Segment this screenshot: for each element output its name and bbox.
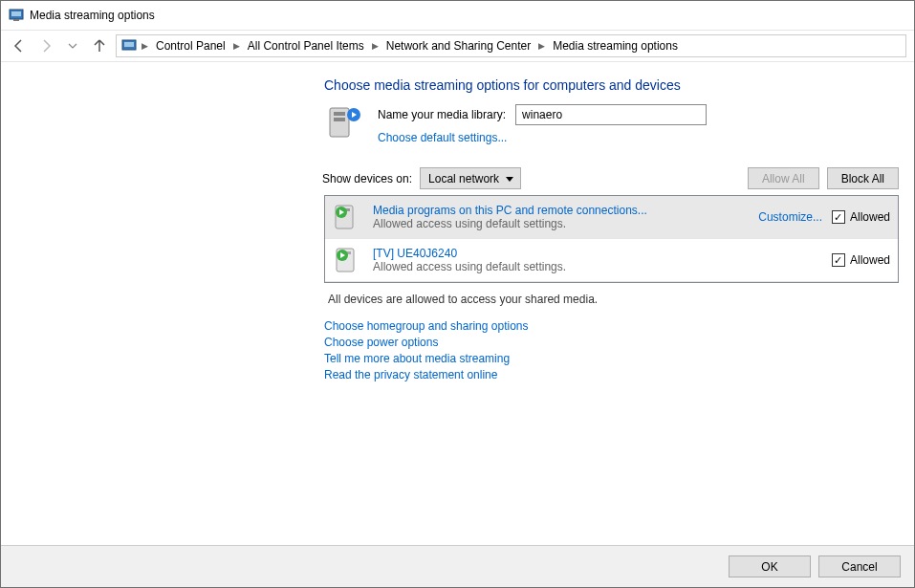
svg-rect-7 [334,118,345,121]
breadcrumb-item[interactable]: Control Panel [152,37,229,54]
allowed-checkbox[interactable]: Allowed [832,253,890,267]
customize-link[interactable]: Customize... [758,210,822,224]
breadcrumb-item[interactable]: All Control Panel Items [244,37,368,54]
power-options-link[interactable]: Choose power options [324,336,899,349]
block-all-button[interactable]: Block All [827,167,899,189]
control-panel-icon [120,37,138,54]
up-button[interactable] [89,35,110,56]
device-program-icon [333,202,363,232]
forward-button[interactable] [35,35,56,56]
breadcrumb-item[interactable]: Media streaming options [549,37,682,54]
device-tv-icon [333,245,363,275]
status-text: All devices are allowed to access your s… [328,293,895,306]
ok-button[interactable]: OK [729,555,811,577]
device-subtitle: Allowed access using default settings. [373,217,749,230]
homegroup-link[interactable]: Choose homegroup and sharing options [324,319,899,333]
window-title: Media streaming options [30,9,155,22]
main-content: Choose media streaming options for compu… [324,77,899,381]
titlebar: Media streaming options [1,1,914,30]
library-row: Name your media library: Choose default … [324,104,899,146]
svg-rect-4 [124,42,134,47]
checkbox-icon [832,253,845,267]
breadcrumb-item[interactable]: Network and Sharing Center [382,37,534,54]
computer-icon [324,104,366,146]
recent-dropdown-icon[interactable] [62,35,83,56]
allowed-label: Allowed [850,210,890,224]
footer-bar: OK Cancel [1,545,914,587]
back-button[interactable] [9,35,30,56]
chevron-right-icon[interactable]: ▶ [536,41,547,51]
chevron-right-icon[interactable]: ▶ [231,41,242,51]
allowed-label: Allowed [850,253,890,267]
library-label: Name your media library: [378,108,506,121]
allowed-checkbox[interactable]: Allowed [832,210,890,224]
show-devices-dropdown[interactable]: Local network [420,167,521,189]
address-bar[interactable]: ▶ Control Panel ▶ All Control Panel Item… [116,34,906,57]
device-row[interactable]: [TV] UE40J6240 Allowed access using defa… [325,239,898,282]
nav-toolbar: ▶ Control Panel ▶ All Control Panel Item… [1,30,914,62]
device-title[interactable]: [TV] UE40J6240 [373,247,822,260]
checkbox-icon [832,210,845,224]
device-row[interactable]: Media programs on this PC and remote con… [325,196,898,239]
more-info-link[interactable]: Tell me more about media streaming [324,352,899,365]
library-name-input[interactable] [515,104,707,125]
device-title[interactable]: Media programs on this PC and remote con… [373,204,749,217]
svg-rect-1 [11,11,21,16]
privacy-link[interactable]: Read the privacy statement online [324,368,899,381]
allow-all-button[interactable]: Allow All [748,167,819,189]
svg-rect-6 [334,112,345,116]
svg-rect-2 [13,19,19,21]
cancel-button[interactable]: Cancel [818,555,901,577]
show-devices-label: Show devices on: [322,172,412,185]
show-devices-row: Show devices on: Local network Allow All… [322,167,899,189]
app-icon [9,8,24,23]
page-heading: Choose media streaming options for compu… [324,77,899,93]
choose-default-link[interactable]: Choose default settings... [378,131,707,144]
device-list[interactable]: Media programs on this PC and remote con… [324,195,899,283]
chevron-right-icon[interactable]: ▶ [140,41,150,51]
links-section: Choose homegroup and sharing options Cho… [324,319,899,381]
device-subtitle: Allowed access using default settings. [373,260,822,273]
chevron-right-icon[interactable]: ▶ [370,41,381,51]
